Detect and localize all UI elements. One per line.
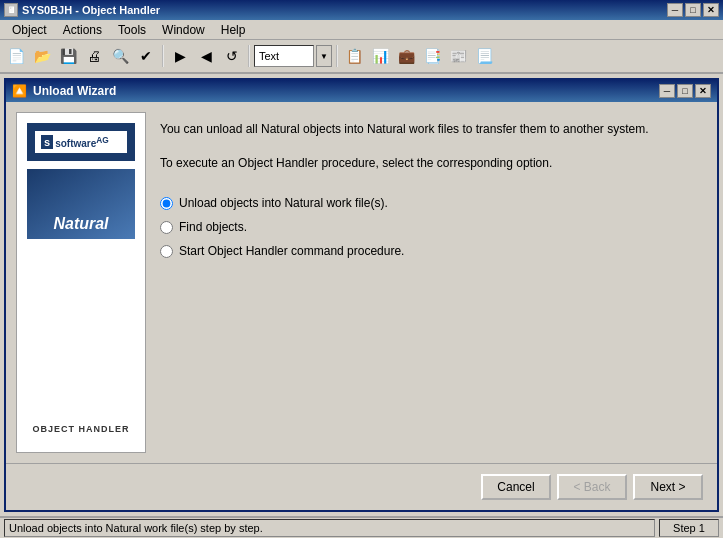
- radio-label-1: Unload objects into Natural work file(s)…: [179, 196, 388, 210]
- menu-item-actions[interactable]: Actions: [55, 21, 110, 39]
- software-ag-logo-inner: s softwareAG: [35, 131, 127, 153]
- menu-item-window[interactable]: Window: [154, 21, 213, 39]
- toolbar-sep1: [162, 45, 164, 67]
- toolbar-check-btn[interactable]: ✔: [134, 44, 158, 68]
- toolbar-arrow-left-btn[interactable]: ◀: [194, 44, 218, 68]
- toolbar-dropdown-arrow[interactable]: ▼: [316, 45, 332, 67]
- toolbar-open-btn[interactable]: 📂: [30, 44, 54, 68]
- wizard-title-icon: 🔼: [12, 84, 27, 98]
- minimize-button[interactable]: ─: [667, 3, 683, 17]
- menu-item-help[interactable]: Help: [213, 21, 254, 39]
- natural-text: Natural: [53, 215, 108, 233]
- toolbar: 📄 📂 💾 🖨 🔍 ✔ ▶ ◀ ↺ Text ▼ 📋 📊 💼 📑 📰 📃: [0, 40, 723, 74]
- wizard-close-button[interactable]: ✕: [695, 84, 711, 98]
- wizard-minimize-button[interactable]: ─: [659, 84, 675, 98]
- wizard-dialog: 🔼 Unload Wizard ─ □ ✕ s softwareAG: [4, 78, 719, 512]
- wizard-title-text: Unload Wizard: [33, 84, 116, 98]
- app-icon: 🖥: [4, 3, 18, 17]
- software-s-icon: s: [41, 135, 53, 149]
- status-bar: Unload objects into Natural work file(s)…: [0, 516, 723, 538]
- software-ag-text: softwareAG: [55, 135, 109, 149]
- title-bar-left: 🖥 SYS0BJH - Object Handler: [4, 3, 160, 17]
- close-button[interactable]: ✕: [703, 3, 719, 17]
- menu-bar: Object Actions Tools Window Help: [0, 20, 723, 40]
- wizard-maximize-button[interactable]: □: [677, 84, 693, 98]
- title-bar-text: SYS0BJH - Object Handler: [22, 4, 160, 16]
- toolbar-save-btn[interactable]: 💾: [56, 44, 80, 68]
- status-left: Unload objects into Natural work file(s)…: [4, 519, 655, 537]
- software-ag-logo: s softwareAG: [27, 123, 135, 161]
- menu-item-object[interactable]: Object: [4, 21, 55, 39]
- toolbar-btn-a[interactable]: 📋: [342, 44, 366, 68]
- toolbar-btn-b[interactable]: 📊: [368, 44, 392, 68]
- main-area: 🔼 Unload Wizard ─ □ ✕ s softwareAG: [0, 74, 723, 516]
- radio-label-2: Find objects.: [179, 220, 247, 234]
- wizard-left-panel: s softwareAG Natural OBJECT HANDLER: [16, 112, 146, 453]
- maximize-button[interactable]: □: [685, 3, 701, 17]
- toolbar-find-btn[interactable]: 🔍: [108, 44, 132, 68]
- radio-label-3: Start Object Handler command procedure.: [179, 244, 404, 258]
- radio-option-1[interactable]: Unload objects into Natural work file(s)…: [160, 196, 703, 210]
- wizard-options: Unload objects into Natural work file(s)…: [160, 196, 703, 258]
- toolbar-btn-f[interactable]: 📃: [472, 44, 496, 68]
- toolbar-arrow-right-btn[interactable]: ▶: [168, 44, 192, 68]
- title-bar-buttons: ─ □ ✕: [667, 3, 719, 17]
- wizard-footer: Cancel < Back Next >: [6, 463, 717, 510]
- wizard-description2: To execute an Object Handler procedure, …: [160, 154, 703, 172]
- radio-option-2[interactable]: Find objects.: [160, 220, 703, 234]
- radio-input-1[interactable]: [160, 197, 173, 210]
- status-text: Unload objects into Natural work file(s)…: [9, 522, 263, 534]
- toolbar-text-input[interactable]: Text: [254, 45, 314, 67]
- next-button[interactable]: Next >: [633, 474, 703, 500]
- natural-banner: Natural: [27, 169, 135, 239]
- object-handler-label: OBJECT HANDLER: [32, 416, 129, 442]
- toolbar-btn-e[interactable]: 📰: [446, 44, 470, 68]
- menu-item-tools[interactable]: Tools: [110, 21, 154, 39]
- back-button[interactable]: < Back: [557, 474, 627, 500]
- wizard-title-buttons: ─ □ ✕: [659, 84, 711, 98]
- radio-input-3[interactable]: [160, 245, 173, 258]
- wizard-right-content: You can unload all Natural objects into …: [156, 112, 707, 453]
- toolbar-new-btn[interactable]: 📄: [4, 44, 28, 68]
- wizard-title-bar: 🔼 Unload Wizard ─ □ ✕: [6, 80, 717, 102]
- step-text: Step 1: [673, 522, 705, 534]
- toolbar-sep3: [336, 45, 338, 67]
- radio-option-3[interactable]: Start Object Handler command procedure.: [160, 244, 703, 258]
- radio-input-2[interactable]: [160, 221, 173, 234]
- toolbar-btn-c[interactable]: 💼: [394, 44, 418, 68]
- title-bar: 🖥 SYS0BJH - Object Handler ─ □ ✕: [0, 0, 723, 20]
- cancel-button[interactable]: Cancel: [481, 474, 551, 500]
- status-right: Step 1: [659, 519, 719, 537]
- toolbar-refresh-btn[interactable]: ↺: [220, 44, 244, 68]
- toolbar-print-btn[interactable]: 🖨: [82, 44, 106, 68]
- wizard-description1: You can unload all Natural objects into …: [160, 120, 703, 138]
- wizard-body: s softwareAG Natural OBJECT HANDLER You …: [6, 102, 717, 463]
- toolbar-btn-d[interactable]: 📑: [420, 44, 444, 68]
- toolbar-sep2: [248, 45, 250, 67]
